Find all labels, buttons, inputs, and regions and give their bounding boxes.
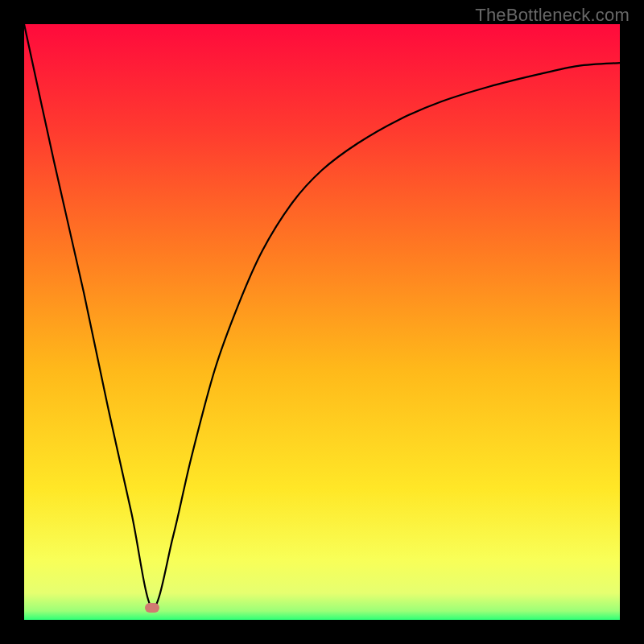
curve-path <box>24 24 620 608</box>
chart-frame: TheBottleneck.com <box>0 0 644 644</box>
bottleneck-curve <box>24 24 620 620</box>
min-marker <box>145 603 159 613</box>
watermark-text: TheBottleneck.com <box>475 5 630 26</box>
plot-area <box>24 24 620 620</box>
